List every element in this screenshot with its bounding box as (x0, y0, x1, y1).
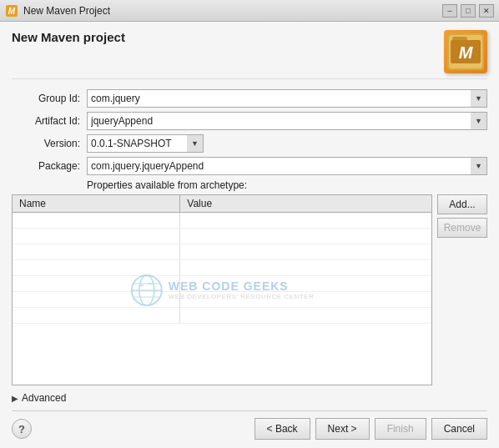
table-row[interactable] (13, 292, 431, 308)
minimize-button[interactable]: – (442, 4, 457, 18)
remove-button[interactable]: Remove (437, 218, 487, 238)
svg-text:M: M (8, 7, 16, 16)
artifact-id-dropdown[interactable]: ▼ (471, 112, 487, 130)
maximize-button[interactable]: □ (461, 4, 476, 18)
advanced-section[interactable]: ▶ Advanced (12, 392, 487, 404)
artifact-id-row: Artifact Id: ▼ (12, 112, 487, 130)
version-input[interactable] (87, 134, 204, 153)
table-row[interactable] (13, 260, 431, 276)
table-row[interactable] (13, 213, 431, 229)
col-header-name: Name (13, 195, 180, 213)
table-row[interactable] (13, 276, 431, 292)
close-button[interactable]: ✕ (479, 4, 494, 18)
group-id-wrapper: ▼ (87, 89, 487, 108)
group-id-dropdown[interactable]: ▼ (471, 89, 487, 108)
add-button[interactable]: Add... (437, 194, 487, 214)
cancel-button[interactable]: Cancel (431, 418, 487, 440)
page-title: New Maven project (12, 30, 125, 44)
group-id-row: Group Id: ▼ (12, 89, 487, 108)
col-header-value: Value (180, 195, 431, 213)
package-dropdown[interactable]: ▼ (471, 157, 487, 175)
package-input[interactable] (87, 157, 487, 175)
table-row[interactable] (13, 244, 431, 260)
main-container: New Maven project M Group Id: ▼ (0, 22, 499, 448)
properties-buttons: Add... Remove (437, 194, 487, 385)
form-area: Group Id: ▼ Artifact Id: ▼ Version: ▼ Pa… (12, 89, 487, 404)
table-row[interactable] (13, 308, 431, 324)
properties-table-wrapper: Name Value (12, 194, 432, 385)
window-title: New Maven Project (23, 5, 442, 17)
package-row: Package: ▼ (12, 157, 487, 175)
group-id-input[interactable] (87, 89, 487, 108)
package-label: Package: (12, 160, 87, 172)
next-button[interactable]: Next > (315, 418, 370, 440)
artifact-id-input[interactable] (87, 112, 487, 130)
version-dropdown[interactable]: ▼ (187, 134, 204, 153)
page-header: New Maven project M (12, 30, 487, 79)
nav-buttons: < Back Next > Finish Cancel (255, 418, 487, 440)
window-controls: – □ ✕ (442, 4, 494, 18)
finish-button[interactable]: Finish (375, 418, 426, 440)
version-wrapper: ▼ (87, 134, 204, 153)
table-row[interactable] (13, 229, 431, 244)
bottom-nav: ? < Back Next > Finish Cancel (12, 410, 487, 440)
properties-area: Name Value (12, 194, 487, 385)
help-button[interactable]: ? (12, 419, 32, 439)
artifact-id-wrapper: ▼ (87, 112, 487, 130)
version-row: Version: ▼ (12, 134, 487, 153)
properties-label: Properties available from archetype: (87, 179, 487, 191)
title-bar: M New Maven Project – □ ✕ (0, 0, 499, 22)
maven-icon: M (444, 30, 487, 73)
properties-table: Name Value (13, 195, 431, 324)
app-icon: M (5, 4, 18, 18)
artifact-id-label: Artifact Id: (12, 115, 87, 127)
version-label: Version: (12, 138, 87, 149)
group-id-label: Group Id: (12, 93, 87, 104)
advanced-label: Advanced (22, 392, 66, 404)
advanced-arrow-icon: ▶ (12, 394, 18, 403)
svg-text:M: M (459, 43, 474, 62)
package-wrapper: ▼ (87, 157, 487, 175)
back-button[interactable]: < Back (255, 418, 310, 440)
